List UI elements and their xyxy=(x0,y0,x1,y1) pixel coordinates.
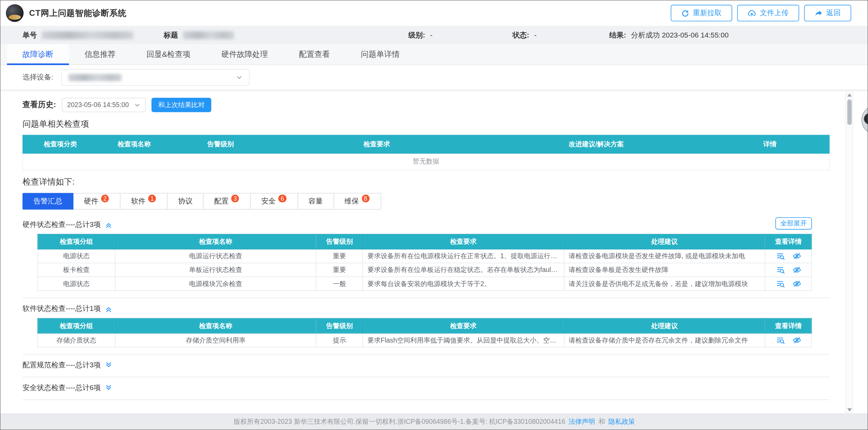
category-tab-8[interactable]: 维保8 xyxy=(333,193,381,210)
expand-all-button[interactable]: 全部展开 xyxy=(775,217,812,229)
back-arrow-button[interactable]: 返回 xyxy=(804,5,851,21)
legal-notice-link[interactable]: 法律声明 xyxy=(568,417,595,427)
cell-actions xyxy=(765,249,812,263)
category-tab-7[interactable]: 容量 xyxy=(297,193,334,210)
cell-actions xyxy=(765,263,812,277)
history-select[interactable]: 2023-05-06 14:55:00 xyxy=(62,98,146,112)
badge-count: 6 xyxy=(278,194,287,203)
cell-group: 存储介质状态 xyxy=(38,333,115,347)
upload-cloud-icon xyxy=(748,9,756,17)
mascot-widget[interactable] xyxy=(849,104,868,152)
header-button-label: 文件上传 xyxy=(760,8,789,18)
cell-suggestion: 请检查设备存储介质中是否存在冗余文件，建议删除冗余文件 xyxy=(564,333,765,347)
cell-requirement: 要求每台设备安装的电源模块大于等于2。 xyxy=(363,277,564,291)
category-tab-5[interactable]: 配置3 xyxy=(203,193,251,210)
cell-name: 单板运行状态检查 xyxy=(115,263,316,277)
cell-name: 存储介质空间利用率 xyxy=(115,333,316,347)
main-tab-5[interactable]: 配置查看 xyxy=(283,44,345,64)
check-table-column-header: 告警级别 xyxy=(316,234,363,249)
compare-with-last-button[interactable]: 和上次结果比对 xyxy=(151,98,211,112)
main-tab-2[interactable]: 信息推荐 xyxy=(69,44,131,64)
category-tab-label: 软件 xyxy=(131,196,146,206)
category-tab-1[interactable]: 告警汇总 xyxy=(22,193,73,210)
check-detail-title: 检查详情如下: xyxy=(22,177,829,188)
scroll-up-arrow-icon[interactable] xyxy=(846,91,853,98)
expand-group-icon[interactable] xyxy=(105,384,112,391)
related-column-header: 详情 xyxy=(710,139,829,149)
ticket-number-value-redacted xyxy=(42,31,133,39)
status-label: 状态: xyxy=(512,30,529,40)
category-tab-3[interactable]: 软件1 xyxy=(120,193,167,210)
category-tab-2[interactable]: 硬件2 xyxy=(73,193,121,210)
app-window: CT网上问题智能诊断系统 重新拉取文件上传返回 单号 标题 级别: - 状态: … xyxy=(0,0,868,430)
cell-suggestion: 请关注设备是否供电不足或无备份，若是，建议增加电源模块 xyxy=(564,277,765,291)
detail-search-icon[interactable] xyxy=(776,265,785,274)
check-table-column-header: 检查要求 xyxy=(363,318,564,333)
main-tab-label: 问题单详情 xyxy=(361,49,400,59)
eye-off-icon[interactable] xyxy=(792,279,801,288)
table-row: 电源状态电源运行状态检查重要要求设备所有在位电源模块运行在正常状态。1、提取电源… xyxy=(38,249,812,263)
check-group: 硬件状态检查----总计3项检查项分组检查项名称告警级别检查要求处理建议查看详情… xyxy=(22,214,829,298)
check-table: 检查项分组检查项名称告警级别检查要求处理建议查看详情存储介质状态存储介质空间利用… xyxy=(38,318,812,347)
cell-suggestion: 请检查设备单板是否发生硬件故障 xyxy=(564,263,765,277)
check-group-title: 配置规范检查----总计3项 xyxy=(22,360,101,370)
footer-conjunction: 和 xyxy=(598,417,605,427)
device-select-row: 选择设备: xyxy=(0,65,868,90)
check-group-header: 配置规范检查----总计3项 xyxy=(22,360,829,370)
check-groups-wrap: 全部展开 硬件状态检查----总计3项检查项分组检查项名称告警级别检查要求处理建… xyxy=(22,214,829,400)
ticket-title-field: 标题 xyxy=(164,26,234,44)
app-logo xyxy=(6,4,23,22)
check-group: 软件状态检查----总计1项检查项分组检查项名称告警级别检查要求处理建议查看详情… xyxy=(22,298,829,355)
result-label: 结果: xyxy=(609,30,626,40)
eye-off-icon[interactable] xyxy=(792,252,801,261)
collapse-group-icon[interactable] xyxy=(105,221,112,228)
expand-group-icon[interactable] xyxy=(105,361,112,369)
eye-off-icon[interactable] xyxy=(792,265,801,274)
result-value: 分析成功 2023-05-06 14:55:00 xyxy=(631,30,729,40)
history-row: 查看历史: 2023-05-06 14:55:00 和上次结果比对 xyxy=(22,91,829,112)
check-table-column-header: 处理建议 xyxy=(564,234,765,249)
badge-count: 2 xyxy=(101,194,109,203)
related-column-header: 告警级别 xyxy=(170,139,271,149)
check-group-title: 安全状态检查----总计6项 xyxy=(22,383,101,393)
detail-search-icon[interactable] xyxy=(776,252,785,261)
scroll-down-arrow-icon[interactable] xyxy=(846,406,853,413)
ticket-title-label: 标题 xyxy=(164,30,178,40)
main-tab-1[interactable]: 故障诊断 xyxy=(7,44,69,64)
collapse-group-icon[interactable] xyxy=(105,305,112,312)
main-tabs: 故障诊断信息推荐回显&检查项硬件故障处理配置查看问题单详情 xyxy=(0,44,868,65)
status-field: 状态: - xyxy=(512,26,536,44)
upload-cloud-button[interactable]: 文件上传 xyxy=(737,5,799,21)
cell-level: 重要 xyxy=(316,249,363,263)
result-field: 结果: 分析成功 2023-05-06 14:55:00 xyxy=(609,26,729,44)
page: CT网上问题智能诊断系统 重新拉取文件上传返回 单号 标题 级别: - 状态: … xyxy=(0,0,868,430)
check-group: 配置规范检查----总计3项 xyxy=(22,355,829,377)
ticket-title-value-redacted xyxy=(183,31,234,39)
category-tab-4[interactable]: 协议 xyxy=(167,193,203,210)
ticket-info-bar: 单号 标题 级别: - 状态: - 结果: 分析成功 2023-05-06 14… xyxy=(0,26,868,44)
detail-search-icon[interactable] xyxy=(776,279,785,288)
level-field: 级别: - xyxy=(408,26,432,44)
category-tab-6[interactable]: 安全6 xyxy=(250,193,298,210)
empty-state-text: 暂无数据 xyxy=(22,154,829,170)
privacy-policy-link[interactable]: 隐私政策 xyxy=(608,417,635,427)
check-table-column-header: 查看详情 xyxy=(765,318,812,333)
cell-group: 电源状态 xyxy=(38,277,115,291)
category-tab-label: 安全 xyxy=(261,196,276,206)
main-tab-4[interactable]: 硬件故障处理 xyxy=(206,44,283,64)
device-select[interactable] xyxy=(61,69,249,85)
main-tab-6[interactable]: 问题单详情 xyxy=(345,44,415,64)
header-button-label: 返回 xyxy=(826,8,841,18)
diagnosis-content-panel: 查看历史: 2023-05-06 14:55:00 和上次结果比对 问题单相关检… xyxy=(0,91,868,413)
check-group-header: 软件状态检查----总计1项 xyxy=(22,304,829,314)
category-tab-label: 维保 xyxy=(344,196,359,206)
check-table-column-header: 处理建议 xyxy=(564,318,765,333)
table-row: 电源状态电源模块冗余检查一般要求每台设备安装的电源模块大于等于2。请关注设备是否… xyxy=(38,277,812,291)
cell-suggestion: 请检查设备电源模块是否发生硬件故障, 或是电源模块未加电 xyxy=(564,249,765,263)
detail-search-icon[interactable] xyxy=(776,336,785,345)
category-tab-label: 硬件 xyxy=(84,196,98,206)
related-column-header: 检查项分类 xyxy=(22,139,98,149)
main-tab-3[interactable]: 回显&检查项 xyxy=(131,44,206,64)
eye-off-icon[interactable] xyxy=(792,336,801,345)
refresh-button[interactable]: 重新拉取 xyxy=(671,5,732,21)
